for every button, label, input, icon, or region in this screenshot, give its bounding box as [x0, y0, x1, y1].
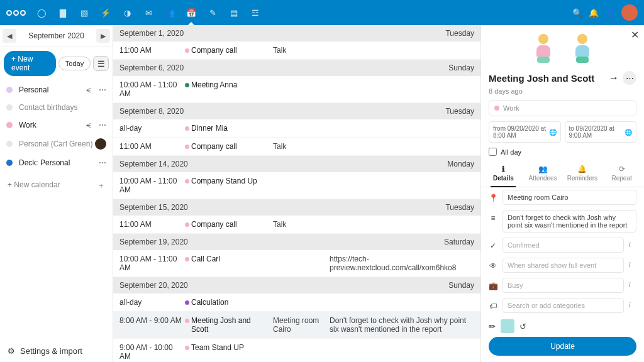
freebusy-input[interactable]: Busy [502, 278, 624, 293]
calendar-name: Contact birthdays [19, 103, 77, 112]
calendar-item[interactable]: Contact birthdays [0, 99, 113, 116]
mail-icon[interactable]: ✉ [139, 0, 158, 25]
allday-checkbox[interactable] [489, 148, 497, 156]
today-button[interactable]: Today [58, 57, 91, 70]
event-color-dot [185, 319, 189, 323]
detail-illustration: ✕ [481, 25, 644, 69]
share-icon[interactable]: ⪪ [85, 121, 92, 129]
calendar-color-dot [6, 122, 13, 128]
event-color-dot [185, 346, 189, 350]
calendar-color-dot [6, 87, 13, 93]
color-swatch[interactable] [501, 319, 514, 333]
expand-icon[interactable]: → [609, 72, 619, 84]
event-color-dot [185, 257, 189, 261]
plus-icon: ＋ [97, 180, 105, 191]
dashboard-icon[interactable]: ◯ [32, 0, 51, 25]
event-color-dot [185, 145, 189, 149]
update-button[interactable]: Update [489, 337, 636, 356]
event-detail-panel: ✕ Meeting Josh and Scott → ⋯ 8 days ago … [480, 25, 644, 362]
more-icon[interactable]: ⋯ [99, 158, 106, 167]
tab-attendees[interactable]: 👥Attendees [523, 161, 563, 187]
event-row[interactable]: 8:00 AM - 9:00 AMMeeting Josh and ScottM… [113, 312, 480, 339]
event-color-dot [185, 126, 189, 131]
more-icon[interactable]: ⋯ [99, 85, 106, 94]
nextcloud-logo[interactable] [6, 10, 26, 16]
talk-icon[interactable]: ◑ [118, 0, 136, 25]
calendar-name: Deck: Personal [19, 158, 70, 167]
day-header: September 6, 2020Sunday [113, 60, 480, 76]
day-header: September 1, 2020Tuesday [113, 25, 480, 41]
info-icon[interactable]: i [629, 278, 636, 288]
calendar-icon[interactable]: 📅 [182, 0, 201, 25]
event-row[interactable]: all-dayCalculation [113, 293, 480, 312]
activity-icon[interactable]: ⚡ [96, 0, 115, 25]
search-icon[interactable]: 🔍 [572, 8, 582, 18]
new-event-button[interactable]: + New event [4, 51, 56, 76]
user-avatar[interactable] [621, 4, 638, 21]
next-month-button[interactable]: ▶ [96, 29, 110, 43]
reset-color-button[interactable]: ↺ [519, 322, 526, 331]
day-header: September 8, 2020Tuesday [113, 103, 480, 119]
event-color-dot [185, 222, 189, 227]
event-list: September 1, 2020Tuesday11:00 AMCompany … [113, 25, 480, 362]
calendar-item[interactable]: Personal⪪⋯ [0, 81, 113, 99]
event-row[interactable]: 10:00 AM - 11:00 AMMeeting Anna [113, 76, 480, 103]
shared-by-avatar [95, 138, 106, 150]
people-icon: 👥 [523, 165, 563, 173]
event-row[interactable]: 10:00 AM - 11:00 AMCall Carlhttps://tech… [113, 250, 480, 277]
contacts-icon[interactable]: 👥 [160, 0, 179, 25]
event-title: Calculation [191, 298, 273, 307]
description-input[interactable]: Don't forget to check with Josh why poin… [502, 210, 636, 233]
event-title: Meeting Josh and Scott [489, 73, 609, 84]
to-datetime-input[interactable]: to 09/20/2020 at 9:00 AM🌐 [565, 121, 637, 143]
globe-icon: 🌐 [549, 129, 557, 136]
event-row[interactable]: 11:00 AMCompany callTalk [113, 138, 480, 156]
add-calendar-button[interactable]: + New calendar＋ [0, 173, 113, 199]
more-menu-button[interactable]: ⋯ [623, 71, 636, 85]
notifications-icon[interactable]: 🔔 [589, 8, 599, 18]
event-title: Team Stand UP [191, 343, 273, 352]
calendar-selector[interactable]: Work [489, 100, 636, 116]
contacts-menu-icon[interactable]: 👤 [605, 8, 615, 18]
calendar-item[interactable]: Personal (Carl Green) [0, 134, 113, 154]
info-icon[interactable]: i [629, 238, 636, 248]
tasks-icon[interactable]: ☲ [246, 0, 265, 25]
event-location: Talk [273, 142, 330, 151]
tab-repeat[interactable]: ⟳Repeat [602, 161, 641, 187]
event-row[interactable]: 10:00 AM - 11:00 AMCompany Stand Up [113, 172, 480, 199]
event-title: Dinner Mia [191, 124, 273, 133]
categories-input[interactable]: Search or add categories [502, 298, 624, 313]
event-row[interactable]: 9:00 AM - 10:00 AMTeam Stand UP [113, 339, 480, 362]
event-row[interactable]: 11:00 AMCompany callTalk [113, 41, 480, 60]
event-time: all-day [119, 124, 182, 133]
info-icon[interactable]: i [629, 258, 636, 268]
prev-month-button[interactable]: ◀ [3, 29, 16, 43]
location-input[interactable]: Meeting room Cairo [502, 190, 636, 205]
calendar-item[interactable]: Work⪪⋯ [0, 116, 113, 134]
info-icon[interactable]: i [629, 298, 636, 309]
visibility-input[interactable]: When shared show full event [502, 258, 624, 273]
sidebar-left: ◀ September 2020 ▶ + New event Today ☰ P… [0, 25, 113, 362]
status-input[interactable]: Confirmed [502, 238, 624, 253]
event-row[interactable]: 11:00 AMCompany callTalk [113, 216, 480, 234]
close-icon[interactable]: ✕ [631, 29, 639, 41]
notes-icon[interactable]: ✎ [203, 0, 222, 25]
tab-details[interactable]: ℹDetails [484, 161, 523, 187]
from-datetime-input[interactable]: from 09/20/2020 at 8:00 AM🌐 [489, 121, 561, 143]
more-icon[interactable]: ⋯ [99, 121, 106, 129]
event-row[interactable]: all-dayDinner Mia [113, 119, 480, 138]
check-icon: ✓ [489, 238, 497, 250]
view-mode-button[interactable]: ☰ [93, 56, 109, 71]
photos-icon[interactable]: ▧ [75, 0, 94, 25]
calendar-item[interactable]: Deck: Personal⋯ [0, 154, 113, 172]
calendar-name: Work [19, 121, 36, 129]
event-color-dot [185, 300, 189, 305]
deck-icon[interactable]: ▤ [225, 0, 243, 25]
settings-import-button[interactable]: ⚙Settings & import [0, 340, 113, 362]
eyedropper-icon: ✏ [489, 322, 496, 331]
event-title: Company call [191, 220, 273, 229]
share-icon[interactable]: ⪪ [85, 85, 92, 94]
tab-reminders[interactable]: 🔔Reminders [563, 161, 602, 187]
calendar-color-dot [6, 160, 13, 166]
files-icon[interactable]: ▇ [53, 0, 72, 25]
